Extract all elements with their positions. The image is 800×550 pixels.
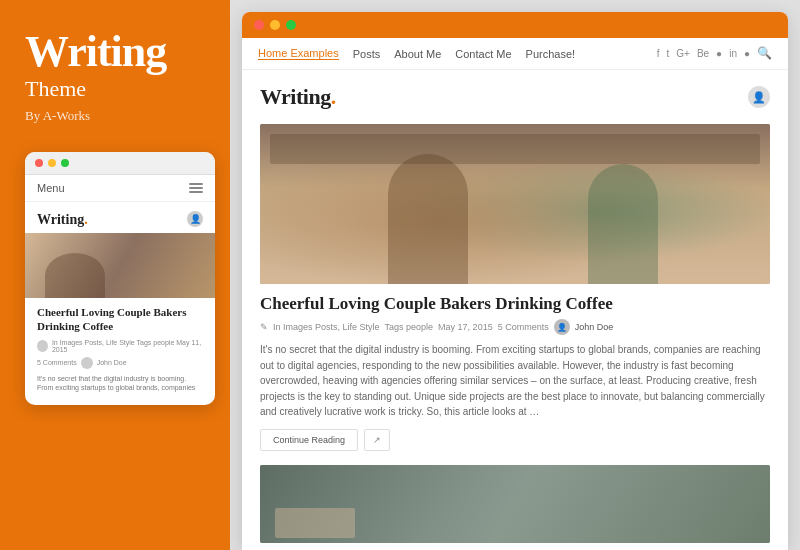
nav-link-home[interactable]: Home Examples [258, 47, 339, 60]
browser-window: Home Examples Posts About Me Contact Me … [242, 12, 788, 550]
theme-subtitle: Theme [25, 76, 86, 102]
social-icon-be: Be [697, 48, 709, 59]
hero-article-excerpt: It's no secret that the digital industry… [260, 342, 770, 420]
theme-title: Writing [25, 30, 166, 74]
hamburger-icon[interactable] [189, 183, 203, 193]
social-icon-f: f [657, 48, 660, 59]
mobile-meta-text: In Images Posts, Life Style Tags people … [52, 339, 203, 353]
social-icon-g: G+ [676, 48, 690, 59]
mobile-logo: Writing. [37, 210, 88, 228]
mobile-article-title: Cheerful Loving Couple Bakers Drinking C… [25, 298, 215, 337]
mobile-top-bar [25, 152, 215, 175]
social-icon-in: in [729, 48, 737, 59]
meta-date: May 17, 2015 [438, 322, 493, 332]
continue-reading-button[interactable]: Continue Reading [260, 429, 358, 451]
hamburger-line-1 [189, 183, 203, 185]
blog-header: Writing. 👤 [260, 84, 770, 110]
blog-logo: Writing. [260, 84, 336, 110]
blog-title-dot: . [331, 84, 336, 109]
dot-yellow [48, 159, 56, 167]
hero-article: Cheerful Loving Couple Bakers Drinking C… [260, 124, 770, 451]
browser-dot-green [286, 20, 296, 30]
article-actions: Continue Reading ↗ [260, 429, 770, 451]
dot-green [61, 159, 69, 167]
hamburger-line-3 [189, 191, 203, 193]
hamburger-line-2 [189, 187, 203, 189]
nav-links: Home Examples Posts About Me Contact Me … [258, 47, 575, 60]
nav-link-about[interactable]: About Me [394, 48, 441, 60]
mobile-hero-image [25, 233, 215, 298]
hero-article-image [260, 124, 770, 284]
browser-dot-red [254, 20, 264, 30]
hero-article-meta: ✎ In Images Posts, Life Style Tags peopl… [260, 319, 770, 335]
figure-right [588, 164, 658, 284]
social-icon-dot: ● [744, 48, 750, 59]
author-name: John Doe [575, 322, 614, 332]
theme-byline: By A-Works [25, 108, 90, 124]
nav-social-icons: f t G+ Be ● in ● 🔍 [657, 46, 772, 61]
share-button[interactable]: ↗ [364, 429, 390, 451]
blog-title-text: Writing [260, 84, 331, 109]
mobile-logo-dot: . [84, 212, 88, 227]
mobile-logo-text: Writing [37, 212, 84, 227]
mobile-author-avatar [81, 357, 93, 369]
blog-user-icon[interactable]: 👤 [748, 86, 770, 108]
nav-link-posts[interactable]: Posts [353, 48, 381, 60]
mobile-author-meta: 5 Comments John Doe [25, 355, 215, 371]
mobile-meta-avatar [37, 340, 48, 352]
author-avatar: 👤 [554, 319, 570, 335]
mobile-menu-label: Menu [37, 182, 65, 194]
meta-comments: 5 Comments [498, 322, 549, 332]
search-icon[interactable]: 🔍 [757, 46, 772, 61]
mobile-article-meta: In Images Posts, Life Style Tags people … [25, 337, 215, 355]
nav-link-purchase[interactable]: Purchase! [526, 48, 576, 60]
blog-content: Writing. 👤 Cheerful Loving Couple Bakers… [242, 70, 788, 550]
mobile-meta-comments: 5 Comments [37, 359, 77, 366]
meta-tags: Tags people [385, 322, 434, 332]
social-icon-pin: ● [716, 48, 722, 59]
mobile-logo-bar: Writing. 👤 [25, 202, 215, 233]
dot-red [35, 159, 43, 167]
second-article-image [260, 465, 770, 543]
meta-categories: In Images Posts, Life Style [273, 322, 380, 332]
edit-icon: ✎ [260, 322, 268, 332]
social-icon-t: t [666, 48, 669, 59]
browser-chrome [242, 12, 788, 38]
mobile-preview: Menu Writing. 👤 Cheerful Loving Couple B… [25, 152, 215, 405]
right-panel: Home Examples Posts About Me Contact Me … [230, 0, 800, 550]
nav-link-contact[interactable]: Contact Me [455, 48, 511, 60]
figure-left [388, 154, 468, 284]
mobile-menu-bar[interactable]: Menu [25, 175, 215, 202]
browser-dot-yellow [270, 20, 280, 30]
mobile-user-icon: 👤 [187, 211, 203, 227]
browser-nav: Home Examples Posts About Me Contact Me … [242, 38, 788, 70]
hero-article-title: Cheerful Loving Couple Bakers Drinking C… [260, 294, 770, 314]
left-panel: Writing Theme By A-Works Menu Writing. 👤… [0, 0, 230, 550]
mobile-author-name: John Doe [97, 359, 127, 366]
mobile-excerpt: It's no secret that the digital industry… [25, 371, 215, 398]
